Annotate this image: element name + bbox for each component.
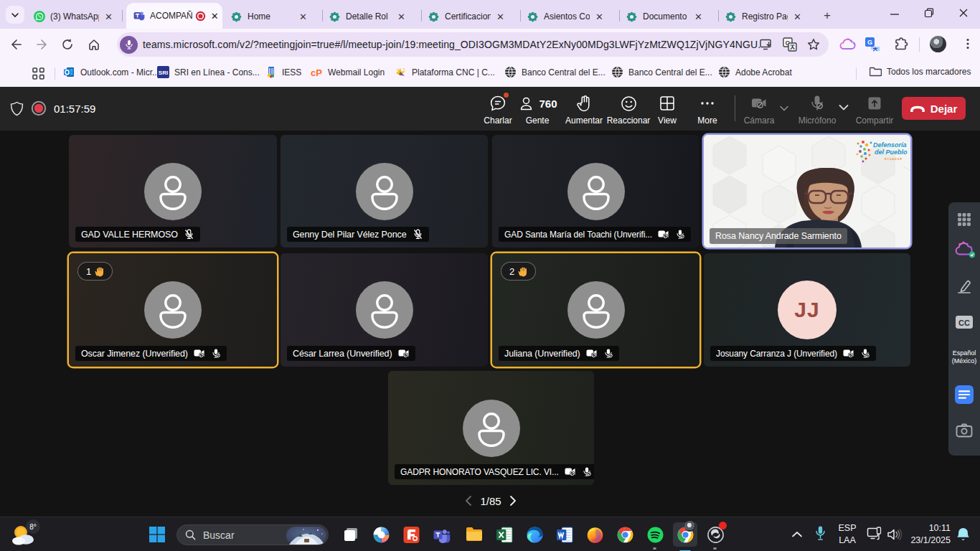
svg-text:E C U A D O R: E C U A D O R	[885, 158, 902, 161]
svg-text:SRI: SRI	[159, 70, 168, 76]
svg-text:del Pueblo: del Pueblo	[875, 149, 908, 156]
svg-text:Defensoría: Defensoría	[873, 141, 907, 149]
svg-text:CC: CC	[958, 319, 970, 327]
svg-text:G: G	[867, 39, 872, 46]
svg-text:cP: cP	[311, 67, 322, 78]
